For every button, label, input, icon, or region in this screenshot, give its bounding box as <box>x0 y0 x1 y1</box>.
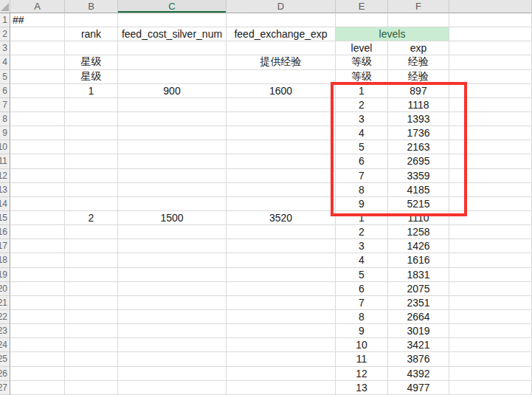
row-header-2[interactable]: 2 <box>0 27 10 41</box>
cell-D23[interactable] <box>227 324 336 338</box>
cell-G13[interactable] <box>449 183 532 197</box>
cell-A16[interactable] <box>10 225 65 239</box>
column-header-F[interactable]: F <box>388 0 449 13</box>
cell-G14[interactable] <box>449 197 532 211</box>
cell-D10[interactable] <box>227 140 336 154</box>
cell-E23[interactable]: 9 <box>336 324 388 338</box>
cell-G25[interactable] <box>449 352 532 366</box>
cell-E13[interactable]: 8 <box>336 183 388 197</box>
cell-C5[interactable] <box>118 70 227 84</box>
column-header-E[interactable]: E <box>336 0 388 13</box>
cell-A19[interactable] <box>10 268 65 282</box>
cell-D5[interactable] <box>227 70 336 84</box>
cell-A14[interactable] <box>10 197 65 211</box>
cell-G27[interactable] <box>449 381 532 395</box>
cell-B16[interactable] <box>65 225 118 239</box>
cell-E4[interactable]: 等级 <box>336 55 388 69</box>
cell-B25[interactable] <box>65 352 118 366</box>
cell-E9[interactable]: 4 <box>336 126 388 140</box>
cell-F24[interactable]: 3421 <box>388 338 449 352</box>
cell-B21[interactable] <box>65 296 118 310</box>
cell-C11[interactable] <box>118 154 227 168</box>
cell-A25[interactable] <box>10 352 65 366</box>
cell-F7[interactable]: 1118 <box>388 98 449 112</box>
cell-E14[interactable]: 9 <box>336 197 388 211</box>
cell-E22[interactable]: 8 <box>336 310 388 324</box>
cell-G11[interactable] <box>449 154 532 168</box>
cell-C8[interactable] <box>118 112 227 126</box>
cell-F9[interactable]: 1736 <box>388 126 449 140</box>
cell-F15[interactable]: 1110 <box>388 211 449 225</box>
cell-D9[interactable] <box>227 126 336 140</box>
cell-G15[interactable] <box>449 211 532 225</box>
cell-C19[interactable] <box>118 268 227 282</box>
cell-A8[interactable] <box>10 112 65 126</box>
cell-G2[interactable] <box>449 27 532 41</box>
cell-A4[interactable] <box>10 55 65 69</box>
cell-B2[interactable]: rank <box>65 27 118 41</box>
cell-F17[interactable]: 1426 <box>388 239 449 253</box>
row-header-19[interactable]: 19 <box>0 268 10 282</box>
row-header-9[interactable]: 9 <box>0 126 10 140</box>
cell-C27[interactable] <box>118 381 227 395</box>
cell-G19[interactable] <box>449 268 532 282</box>
cell-B11[interactable] <box>65 154 118 168</box>
cell-F25[interactable]: 3876 <box>388 352 449 366</box>
cell-A15[interactable] <box>10 211 65 225</box>
row-header-14[interactable]: 14 <box>0 197 10 211</box>
column-header-overflow[interactable] <box>449 0 532 13</box>
cell-D18[interactable] <box>227 253 336 267</box>
cell-G26[interactable] <box>449 367 532 381</box>
cell-B15[interactable]: 2 <box>65 211 118 225</box>
cell-F1[interactable] <box>388 13 449 27</box>
select-all-button[interactable] <box>0 0 10 13</box>
cell-F27[interactable]: 4977 <box>388 381 449 395</box>
cell-E5[interactable]: 等级 <box>336 70 388 84</box>
cell-B7[interactable] <box>65 98 118 112</box>
cell-C7[interactable] <box>118 98 227 112</box>
cell-B9[interactable] <box>65 126 118 140</box>
cell-A9[interactable] <box>10 126 65 140</box>
cell-E16[interactable]: 2 <box>336 225 388 239</box>
cell-B8[interactable] <box>65 112 118 126</box>
cell-E25[interactable]: 11 <box>336 352 388 366</box>
cell-G1[interactable] <box>449 13 532 27</box>
cell-E20[interactable]: 6 <box>336 282 388 296</box>
cell-A18[interactable] <box>10 253 65 267</box>
cell-B5[interactable]: 星级 <box>65 70 118 84</box>
cell-F26[interactable]: 4392 <box>388 367 449 381</box>
cell-F10[interactable]: 2163 <box>388 140 449 154</box>
cell-E11[interactable]: 6 <box>336 154 388 168</box>
cell-B20[interactable] <box>65 282 118 296</box>
cell-C26[interactable] <box>118 367 227 381</box>
cell-E2[interactable]: levels <box>336 27 449 41</box>
cell-C9[interactable] <box>118 126 227 140</box>
row-header-18[interactable]: 18 <box>0 253 10 267</box>
column-header-B[interactable]: B <box>65 0 118 13</box>
cell-C20[interactable] <box>118 282 227 296</box>
cell-D19[interactable] <box>227 268 336 282</box>
cell-A23[interactable] <box>10 324 65 338</box>
cell-E19[interactable]: 5 <box>336 268 388 282</box>
cell-F4[interactable]: 经验 <box>388 55 449 69</box>
row-header-16[interactable]: 16 <box>0 225 10 239</box>
row-header-6[interactable]: 6 <box>0 84 10 98</box>
cell-B10[interactable] <box>65 140 118 154</box>
cell-D7[interactable] <box>227 98 336 112</box>
cell-G23[interactable] <box>449 324 532 338</box>
cell-G16[interactable] <box>449 225 532 239</box>
cell-A11[interactable] <box>10 154 65 168</box>
cell-A3[interactable] <box>10 41 65 55</box>
cell-A20[interactable] <box>10 282 65 296</box>
cell-C23[interactable] <box>118 324 227 338</box>
cell-D25[interactable] <box>227 352 336 366</box>
cell-G22[interactable] <box>449 310 532 324</box>
cell-F22[interactable]: 2664 <box>388 310 449 324</box>
cell-G5[interactable] <box>449 70 532 84</box>
cell-D4[interactable]: 提供经验 <box>227 55 336 69</box>
cell-G24[interactable] <box>449 338 532 352</box>
cell-F23[interactable]: 3019 <box>388 324 449 338</box>
cell-C24[interactable] <box>118 338 227 352</box>
cell-F12[interactable]: 3359 <box>388 169 449 183</box>
row-header-4[interactable]: 4 <box>0 55 10 69</box>
